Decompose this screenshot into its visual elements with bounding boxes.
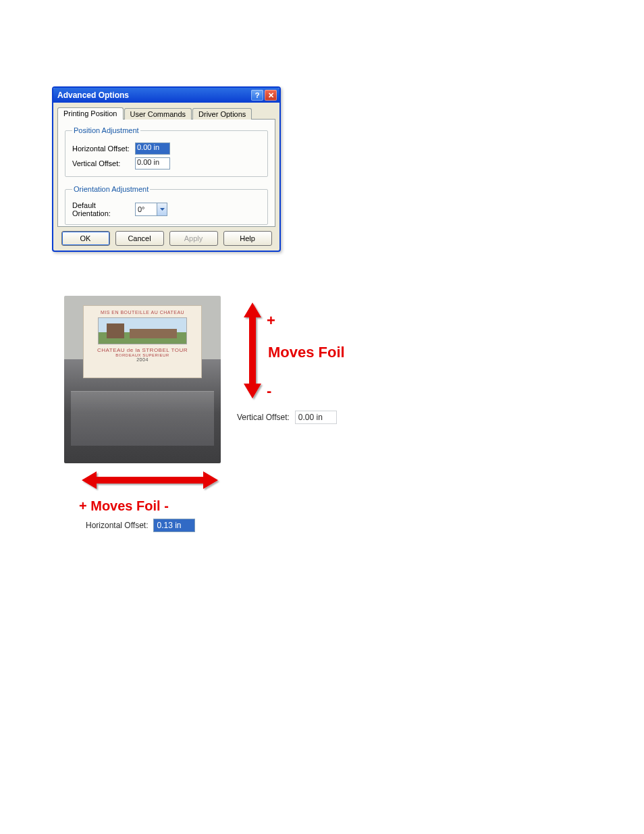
horizontal-offset-input[interactable]: 0.00 in (135, 142, 170, 155)
tab-printing-position[interactable]: Printing Position (57, 107, 124, 120)
label-top-text: MIS EN BOUTEILLE AU CHATEAU (101, 310, 184, 315)
printer-tray (71, 391, 214, 446)
advanced-options-dialog: Advanced Options ? ✕ Printing Position U… (52, 86, 281, 252)
label-year-text: 2004 (136, 357, 149, 362)
offset-illustration: MIS EN BOUTEILLE AU CHATEAU CHATEAU de l… (64, 296, 415, 463)
printer-photo: MIS EN BOUTEILLE AU CHATEAU CHATEAU de l… (64, 296, 221, 463)
titlebar: Advanced Options ? ✕ (53, 88, 279, 103)
orientation-adjustment-group: Orientation Adjustment Default Orientati… (65, 185, 268, 225)
default-orientation-label: Default Orientation: (72, 201, 135, 217)
apply-button[interactable]: Apply (169, 231, 218, 246)
horizontal-offset-display: Horizontal Offset: 0.13 in (86, 519, 195, 532)
vertical-plus-sign: + (267, 312, 275, 330)
dialog-title: Advanced Options (57, 90, 250, 100)
chevron-down-icon (157, 203, 167, 215)
wine-label: MIS EN BOUTEILLE AU CHATEAU CHATEAU de l… (83, 305, 202, 378)
horizontal-double-arrow-icon (79, 469, 221, 492)
tabstrip: Printing Position User Commands Driver O… (53, 103, 279, 119)
close-icon: ✕ (268, 91, 274, 100)
ok-button[interactable]: OK (61, 231, 110, 246)
horizontal-offset-display-label: Horizontal Offset: (86, 521, 148, 530)
dialog-button-bar: OK Cancel Apply Help (53, 231, 279, 250)
orientation-adjustment-legend: Orientation Adjustment (72, 185, 150, 193)
default-orientation-value: 0° (136, 205, 157, 213)
vertical-offset-display-value: 0.00 in (295, 411, 337, 424)
tab-panel-printing-position: Position Adjustment Horizontal Offset: 0… (57, 119, 275, 227)
moves-foil-vertical-label: Moves Foil (268, 344, 345, 361)
moves-foil-horizontal-label: + Moves Foil - (79, 498, 169, 514)
help-button[interactable]: Help (223, 231, 272, 246)
horizontal-arrow-group (79, 469, 221, 496)
horizontal-offset-label: Horizontal Offset: (72, 145, 135, 153)
vertical-offset-display-label: Vertical Offset: (237, 413, 290, 422)
help-icon: ? (255, 91, 260, 99)
label-brand-text: CHATEAU de la STROBEL TOUR (97, 347, 188, 353)
dialog-close-button[interactable]: ✕ (265, 90, 277, 101)
horizontal-offset-display-value: 0.13 in (153, 519, 195, 532)
vertical-minus-sign: - (267, 382, 271, 400)
position-adjustment-legend: Position Adjustment (72, 126, 140, 134)
position-adjustment-group: Position Adjustment Horizontal Offset: 0… (65, 126, 268, 177)
dialog-help-button[interactable]: ? (251, 90, 263, 101)
cancel-button[interactable]: Cancel (115, 231, 164, 246)
vertical-offset-input[interactable]: 0.00 in (135, 157, 170, 170)
vertical-offset-label: Vertical Offset: (72, 159, 135, 167)
vertical-arrow-group: + - Moves Foil (241, 300, 356, 401)
vertical-double-arrow-icon (241, 300, 264, 401)
default-orientation-select[interactable]: 0° (135, 203, 167, 216)
tab-driver-options[interactable]: Driver Options (192, 108, 252, 120)
label-artwork (98, 317, 187, 344)
vertical-offset-display: Vertical Offset: 0.00 in (237, 411, 337, 424)
tab-user-commands[interactable]: User Commands (124, 108, 192, 120)
